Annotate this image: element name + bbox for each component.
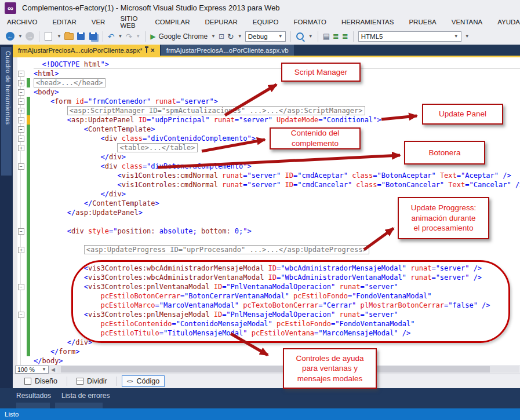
navigate-forward-icon[interactable]: → (26, 32, 34, 41)
undo-icon[interactable]: ↶ (108, 32, 115, 41)
fold-collapse-icon[interactable]: − (18, 312, 24, 318)
collapsed-region[interactable]: <asp:UpdateProgress ID="uprProcesando" .… (84, 245, 369, 254)
new-item-icon[interactable] (45, 32, 52, 41)
redo-dropdown-icon[interactable]: ▼ (136, 34, 140, 39)
change-bar (27, 319, 30, 328)
menu-item-archivo[interactable]: ARCHIVO (7, 19, 37, 25)
code-line-8[interactable]: −<ContentTemplate> (13, 125, 520, 134)
fold-collapse-icon[interactable]: − (18, 163, 24, 170)
document-tabstrip: frmAjustarPreciosA...culoPorCliente.aspx… (13, 45, 520, 56)
change-bar (27, 264, 30, 273)
code-line-1[interactable]: <!DOCTYPE html"> (13, 60, 520, 69)
fold-collapse-icon[interactable]: − (18, 228, 24, 235)
menu-item-ver[interactable]: VER (92, 19, 106, 25)
code-text: <table>...</table> (34, 143, 198, 152)
zoom-value: 100 % (17, 366, 35, 373)
panel-tab-resultados[interactable]: Resultados (16, 392, 51, 400)
fold-collapse-icon[interactable]: − (18, 136, 24, 142)
menu-item-depurar[interactable]: DEPURAR (205, 19, 238, 25)
document-tab-1[interactable]: frmAjustarPreciosA...culoPorCliente.aspx… (13, 45, 160, 56)
change-bar (27, 189, 30, 199)
code-line-4[interactable]: −<body> (13, 87, 520, 97)
find-overflow-icon[interactable]: ▼ (308, 34, 313, 39)
code-text: </div> (34, 152, 126, 162)
fold-expand-icon[interactable]: + (18, 108, 24, 114)
refresh-dropdown-icon[interactable]: ▼ (238, 34, 242, 39)
toolbar-overflow-icon[interactable]: ▼ (465, 34, 470, 39)
panel-tab-lista-de-errores[interactable]: Lista de errores (61, 392, 110, 400)
navigate-back-icon[interactable]: ← (6, 32, 14, 41)
menu-item-compilar[interactable]: COMPILAR (155, 19, 190, 25)
fold-expand-icon[interactable]: + (18, 247, 24, 253)
code-text: <!DOCTYPE html"> (34, 60, 109, 69)
change-bar (27, 245, 30, 254)
horizontal-scrollbar-thumb[interactable] (61, 366, 490, 372)
fold-collapse-icon[interactable]: − (18, 89, 24, 96)
toolbar-separator (103, 31, 103, 42)
change-bar (27, 217, 30, 227)
refresh-icon[interactable]: ↻ (227, 32, 234, 41)
view-tab-diseno[interactable]: Diseño (20, 376, 62, 386)
code-line-2[interactable]: −<html> (13, 69, 520, 78)
view-tab-codigo[interactable]: <>Código (122, 375, 165, 387)
pin-tab-icon[interactable] (146, 48, 147, 53)
save-all-icon[interactable] (89, 32, 97, 40)
save-icon[interactable] (77, 32, 85, 40)
navigate-back-dropdown-icon[interactable]: ▼ (18, 34, 23, 39)
collapsed-region[interactable]: <head>...</head> (34, 78, 106, 87)
menu-item-sitio-web[interactable]: SITIO WEB (120, 15, 140, 29)
window-title: Complementos-eFactory(1) - Microsoft Vis… (22, 3, 280, 12)
redo-icon[interactable]: ↷ (126, 32, 133, 41)
fold-collapse-icon[interactable]: − (18, 284, 24, 290)
browser-select-dropdown-icon[interactable]: ▼ (211, 34, 216, 39)
code-line-33[interactable]: </body> (13, 356, 520, 365)
menu-item-herramientas[interactable]: HERRAMIENTAS (341, 19, 394, 25)
code-line-3[interactable]: +<head>...</head> (13, 78, 520, 87)
fold-collapse-icon[interactable]: − (18, 71, 24, 77)
menu-item-editar[interactable]: EDITAR (52, 19, 76, 25)
toolbar: ← ▼ → ▼ ↶ ▼ ↷ ▼ ▶ Google Chrome ▼ ⊡ ↻ ▼ … (0, 28, 520, 45)
fold-collapse-icon[interactable]: − (18, 126, 24, 133)
solution-config-combobox[interactable]: Debug ▼ (245, 31, 286, 42)
zoom-combobox[interactable]: 100 % ▼ (15, 366, 49, 374)
callout-script-manager: Script Manager (281, 63, 361, 82)
change-bar (27, 328, 30, 338)
view-tab-dividir[interactable]: Dividir (72, 376, 112, 386)
menu-item-ventana[interactable]: VENTANA (452, 19, 482, 25)
format-document-icon[interactable]: ▤ (323, 32, 330, 40)
menu-item-formato[interactable]: FORMATO (293, 19, 326, 25)
increase-indent-icon[interactable]: ≣ (342, 32, 348, 41)
menu-item-ayuda[interactable]: AYUDA (497, 19, 520, 25)
code-line-32[interactable]: </form> (13, 347, 520, 356)
fold-expand-icon[interactable]: + (18, 80, 24, 86)
fold-collapse-icon[interactable]: − (18, 98, 24, 105)
change-bar (27, 115, 30, 125)
collapsed-region[interactable]: <asp:ScriptManager ID="spmActualizacione… (67, 106, 365, 115)
close-tab-icon[interactable]: × (151, 47, 155, 54)
browser-select-label[interactable]: Google Chrome (158, 32, 208, 41)
callout-text: Script Manager (294, 67, 348, 78)
doctype-combobox[interactable]: HTML5 ▼ (358, 31, 461, 42)
browser-link-icon[interactable]: ⊡ (219, 33, 224, 40)
undo-dropdown-icon[interactable]: ▼ (118, 34, 123, 39)
new-item-dropdown-icon[interactable]: ▼ (57, 34, 61, 39)
menu-item-equipo[interactable]: EQUIPO (253, 19, 279, 25)
code-text: <div class="divBotoneraComplemento"> (34, 162, 252, 171)
code-line-14[interactable]: <vis1Controles:cmdNormal runat="server" … (13, 180, 520, 189)
code-text: <ContentTemplate> (34, 125, 155, 134)
fold-collapse-icon[interactable]: − (18, 117, 24, 123)
find-in-files-icon[interactable] (296, 32, 304, 40)
document-tab-2[interactable]: frmAjustarPreciosA...oPorCliente.aspx.vb (161, 45, 294, 56)
decrease-indent-icon[interactable]: ≣ (333, 32, 339, 41)
fold-expand-icon[interactable]: + (18, 145, 24, 151)
menu-item-prueba[interactable]: PRUEBA (409, 19, 436, 25)
bottom-panel-tabs: ResultadosLista de errores (16, 392, 110, 400)
code-line-13[interactable]: <vis1Controles:cmdNormal runat="server" … (13, 171, 520, 180)
toolbox-vertical-tab[interactable]: Cuadro de herramientas (1, 47, 12, 176)
open-file-icon[interactable] (64, 33, 74, 40)
start-debug-icon[interactable]: ▶ (150, 33, 155, 40)
collapsed-region[interactable]: <table>...</table> (117, 143, 197, 152)
code-line-21[interactable]: +<asp:UpdateProgress ID="uprProcesando" … (13, 245, 520, 254)
document-tab-label: frmAjustarPreciosA...oPorCliente.aspx.vb (166, 47, 289, 54)
hscroll-left-arrow-icon[interactable]: ◀ (51, 367, 55, 372)
